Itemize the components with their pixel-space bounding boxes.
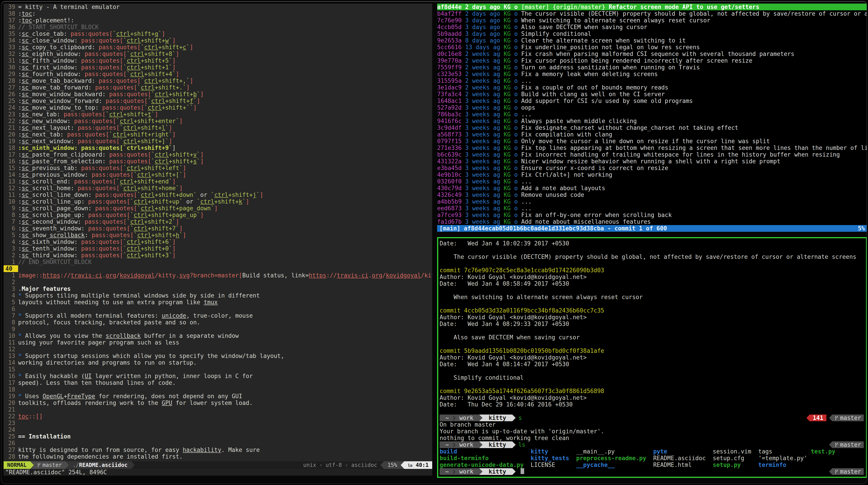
vim-line[interactable]: 21:sc_next_layout: pass:quotes[`ctrl+shi… — [4, 124, 432, 131]
vim-line[interactable]: 16:sc_paste_from_selection: pass:quotes[… — [4, 158, 432, 165]
tig-commit-row[interactable]: 527a92d 3 weeks ag KG o oops — [437, 104, 867, 111]
tig-commit-row[interactable]: 5cc6616 13 days ag KG o Fix underline_po… — [437, 44, 867, 51]
vim-line[interactable]: 27kitty is designed to run from source, … — [4, 447, 432, 453]
vim-line[interactable]: 1// END_SHORTCUT_BLOCK — [4, 259, 432, 265]
tig-commit-row[interactable]: 430c79d 3 weeks ag KG o Add a note about… — [437, 185, 867, 191]
tig-commit-row[interactable]: d0c16e8 2 weeks ag KG o Fix crash when p… — [437, 51, 867, 57]
tig-commit-row[interactable]: a568f73 3 weeks ag KG o Fix compilation … — [437, 131, 867, 138]
tig-commit-row[interactable]: 4ccb05d 3 days ago KG o Also save DECTCE… — [437, 24, 867, 30]
tig-commit-row[interactable]: 0797f15 3 weeks ag KG o Only move the cu… — [437, 138, 867, 145]
tig-commit-row[interactable]: 5b9aadd 3 days ago KG o Simplify conditi… — [437, 30, 867, 37]
vim-line[interactable]: 4* Supports tiling multiple terminal win… — [4, 292, 432, 299]
vim-line[interactable]: 30:sc_first_window: pass:quotes[`ctrl+sh… — [4, 64, 432, 71]
vim-line[interactable]: 5layouts without needing to use an extra… — [4, 299, 432, 306]
vim-line[interactable]: 9:sc_scroll_page_down: pass:quotes[`ctrl… — [4, 205, 432, 212]
typed-command[interactable]: s — [516, 415, 522, 421]
tig-commit-row[interactable]: 73fa3c4 2 weeks ag KG o Build with clang… — [437, 91, 867, 97]
vim-line[interactable]: 24:sc_move_window_to_top: pass:quotes[`c… — [4, 104, 432, 111]
vim-line[interactable]: 17speed). Less than ten thousand lines o… — [4, 380, 432, 386]
vim-line[interactable]: 39= kitty - A terminal emulator — [4, 4, 432, 10]
tig-commit-row[interactable]: 7559ff9 2 weeks ag KG o Turn on address … — [437, 64, 867, 71]
vim-line[interactable]: 38:toc: — [4, 10, 432, 17]
vim-line[interactable]: 15 — [4, 366, 432, 373]
tig-commit-row[interactable]: 1648ac1 3 weeks ag KG o Add support for … — [437, 97, 867, 104]
vim-line[interactable]: 36// START_SHORTCUT_BLOCK — [4, 24, 432, 30]
vim-line[interactable]: 40 — [4, 265, 432, 272]
vim-line[interactable]: 5:sc_show_scrollback: pass:quotes[`ctrl+… — [4, 232, 432, 239]
vim-line[interactable]: 16* Easily hackable (UI layer written in… — [4, 373, 432, 380]
shell-prompt-line[interactable]: ~ ❯ work kitty lsmaster — [440, 442, 865, 448]
vim-line[interactable]: 3.Major features — [4, 285, 432, 292]
tig-commit-row[interactable]: c323e53 2 weeks ag KG o Fix a memory lea… — [437, 71, 867, 78]
vim-line[interactable]: 13:sc_scroll_end: pass:quotes[`ctrl+shif… — [4, 178, 432, 185]
tig-commit-row[interactable]: af8d44e 2 days ago KG o [master] {origin… — [437, 4, 867, 10]
shell-pane[interactable]: Date: Wed Jan 4 10:02:39 2017 +0530 The … — [437, 237, 867, 478]
vim-line[interactable]: 19* Uses OpenGL+FreeType for rendering, … — [4, 393, 432, 399]
vim-line[interactable]: 7* Supports all modern terminal features… — [4, 312, 432, 319]
tig-commit-row[interactable]: eed6873 3 weeks ag KG o ... — [437, 205, 867, 212]
typed-command[interactable] — [516, 468, 518, 475]
vim-line[interactable]: 18 — [4, 386, 432, 393]
vim-line[interactable]: 6 — [4, 306, 432, 312]
vim-line[interactable]: 32:sc_eighth_window: pass:quotes[`ctrl+s… — [4, 51, 432, 57]
vim-line[interactable]: 29:sc_fourth_window: pass:quotes[`ctrl+s… — [4, 71, 432, 78]
vim-line[interactable]: 25:sc_move_window_forward: pass:quotes[`… — [4, 97, 432, 104]
vim-line[interactable]: 8:sc_scroll_page_up: pass:quotes[`ctrl+s… — [4, 212, 432, 218]
vim-line[interactable]: 27:sc_move_tab_forward: pass:quotes[`ctr… — [4, 84, 432, 91]
vim-line[interactable]: 2 — [4, 279, 432, 285]
vim-line[interactable]: 12:sc_scroll_home: pass:quotes[`ctrl+shi… — [4, 185, 432, 191]
vim-line[interactable]: 14working directories and programs to ru… — [4, 359, 432, 366]
vim-line[interactable]: 19:sc_next_window: pass:quotes[`ctrl+shi… — [4, 138, 432, 145]
vim-line[interactable]: 28:sc_move_tab_backward: pass:quotes[`ct… — [4, 78, 432, 84]
vim-line[interactable]: 17:sc_paste_from_clipboard: pass:quotes[… — [4, 151, 432, 158]
vim-line[interactable]: 13* Support startup sessions which allow… — [4, 353, 432, 359]
vim-line[interactable]: 24 — [4, 426, 432, 433]
vim-line[interactable]: 23 — [4, 420, 432, 426]
vim-line[interactable]: 22toc::[] — [4, 413, 432, 420]
tig-commit-row[interactable]: a4bb5b9 3 weeks ag KG o ... — [437, 198, 867, 205]
tig-commit-row[interactable]: 4e9b10c 3 weeks ag KG o Fix Ctrl/alt+] n… — [437, 171, 867, 178]
vim-line[interactable]: 15:sc_previous_tab: pass:quotes[`ctrl+sh… — [4, 165, 432, 171]
vim-line[interactable]: 1image::https://travis-ci.org/kovidgoyal… — [4, 272, 432, 279]
tig-commit-row[interactable]: 9e2653a 8 days ago KG o Clear the altern… — [437, 37, 867, 44]
vim-line[interactable]: 10:sc_scroll_line_up: pass:quotes[`ctrl+… — [4, 198, 432, 205]
tig-commit-row[interactable]: b6c639c 3 weeks ag KG o Fix incorrect ha… — [437, 151, 867, 158]
vim-line[interactable]: 7:sc_second_window: pass:quotes[`ctrl+sh… — [4, 218, 432, 225]
vim-line[interactable]: 26 — [4, 440, 432, 447]
vim-line[interactable]: 2:sc_third_window: pass:quotes[`ctrl+shi… — [4, 252, 432, 259]
tig-commit-row[interactable]: 9416f6c 3 weeks ag KG o Always paste whe… — [437, 118, 867, 124]
vim-line[interactable]: 31:sc_fifth_window: pass:quotes[`ctrl+sh… — [4, 57, 432, 64]
vim-line[interactable]: 8protocol, focus tracking, bracketed pas… — [4, 319, 432, 326]
vim-line[interactable]: 18:sc_ninth_window: pass:quotes[`ctrl+sh… — [4, 145, 432, 151]
vim-line[interactable]: 4:sc_sixth_window: pass:quotes[`ctrl+shi… — [4, 239, 432, 245]
tig-commit-row[interactable]: 271e336 3 weeks ag KG o Fix top lines ap… — [437, 145, 867, 151]
tig-commit-row[interactable]: fa1d67b 3 weeks ag KG o Add note about m… — [437, 218, 867, 225]
tig-commit-row[interactable]: e3ba45d 3 weeks ag KG o Ensure cursor x-… — [437, 165, 867, 171]
vim-line[interactable]: 23:sc_new_tab: pass:quotes[`ctrl+shift+t… — [4, 111, 432, 118]
vim-line[interactable]: 10* Allows you to view the scrollback bu… — [4, 332, 432, 339]
vim-line[interactable]: 22:sc_new_window: pass:quotes[`ctrl+shif… — [4, 118, 432, 124]
typed-command[interactable]: ls — [516, 442, 525, 448]
vim-line[interactable]: 37:toc-placement!: — [4, 17, 432, 24]
vim-line[interactable]: 9 — [4, 326, 432, 332]
vim-line[interactable]: 20:sc_next_tab: pass:quotes[`ctrl+shift+… — [4, 131, 432, 138]
tig-commit-row[interactable]: 315595a 2 weeks ag KG o ... — [437, 78, 867, 84]
vim-line[interactable]: 21 — [4, 406, 432, 413]
vim-line[interactable]: 25== Installation — [4, 433, 432, 440]
vim-line[interactable]: 35:sc_close_tab: pass:quotes[`ctrl+shift… — [4, 30, 432, 37]
tig-commit-row[interactable]: a7fce93 3 weeks ag KG o Fix an off-by-on… — [437, 212, 867, 218]
tig-commit-row[interactable]: 03260f0 3 weeks ag KG o ... — [437, 178, 867, 185]
vim-line[interactable]: 28the following dependencies are install… — [4, 453, 432, 460]
tig-commit-row[interactable]: 3c9d4df 3 weeks ag KG o Fix designate_ch… — [437, 124, 867, 131]
tig-commit-row[interactable]: 786ba3c 3 weeks ag KG o ... — [437, 111, 867, 118]
tig-commit-row[interactable]: 39e770a 2 weeks ag KG o Fix cursor posit… — [437, 57, 867, 64]
vim-line[interactable]: 26:sc_move_window_backward: pass:quotes[… — [4, 91, 432, 97]
tig-commit-row[interactable]: 7c76e90 3 days ago KG o When switching t… — [437, 17, 867, 24]
vim-line[interactable]: 20toolkits, offloads rendering work to t… — [4, 399, 432, 406]
tig-log-pane[interactable]: af8d44e 2 days ago KG o [master] {origin… — [437, 4, 867, 232]
tig-commit-row[interactable]: 431322a 3 weeks ag KG o Nicer window res… — [437, 158, 867, 165]
vim-line[interactable]: 12 — [4, 346, 432, 353]
tig-commit-row[interactable]: 4326c49 3 weeks ag KG o Remove unused co… — [437, 191, 867, 198]
vim-line[interactable]: 14:sc_previous_window: pass:quotes[`ctrl… — [4, 171, 432, 178]
shell-prompt-line[interactable]: ~ ❯ work kitty master — [440, 468, 865, 475]
